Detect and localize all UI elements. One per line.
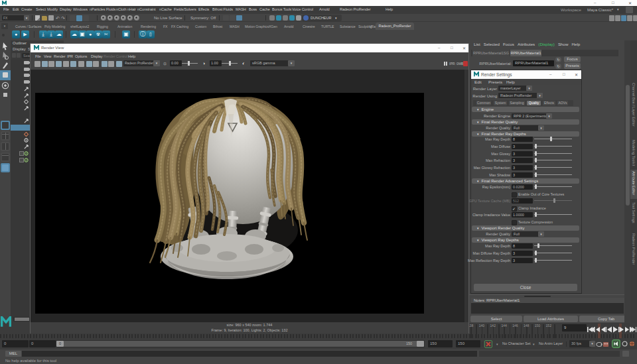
svg-text:Modeling Toolkit: Modeling Toolkit <box>632 140 636 166</box>
svg-text:Channel Box / Layer Editor: Channel Box / Layer Editor <box>632 83 636 127</box>
svg-text:Radeon ProRender: Radeon ProRender <box>632 233 636 265</box>
svg-text:Attribute Editor: Attribute Editor <box>632 171 636 196</box>
svg-text:Tool Settings: Tool Settings <box>632 202 636 223</box>
